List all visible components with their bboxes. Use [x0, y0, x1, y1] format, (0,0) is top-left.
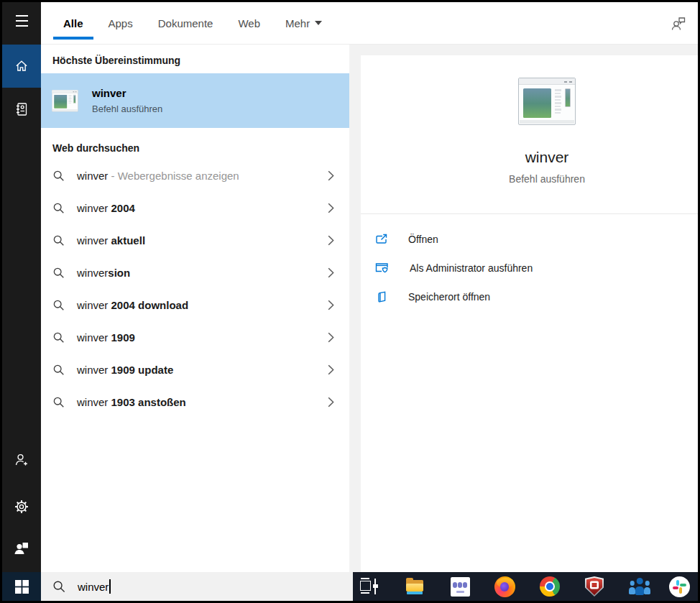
feedback-user-icon [669, 14, 688, 32]
detail-divider [361, 213, 698, 214]
teams-icon [451, 577, 470, 597]
tab-mehr[interactable]: Mehr [275, 2, 332, 44]
windows-search-screen: Alle Apps Dokumente Web Mehr Höchste Übe… [0, 0, 700, 603]
chevron-right-icon[interactable] [328, 397, 334, 408]
winver-app-icon [52, 90, 78, 112]
action-open-file-location[interactable]: Speicherort öffnen [361, 282, 698, 311]
teams-button[interactable] [449, 576, 471, 597]
detail-actions: Öffnen Als Administrator ausführen Speic… [361, 225, 698, 311]
start-button[interactable] [2, 572, 41, 601]
web-suggestion[interactable]: winver 1909 update [41, 354, 349, 386]
taskbar: winver [2, 572, 698, 601]
journal-icon [14, 101, 29, 117]
admin-shield-icon [375, 262, 390, 275]
section-header-web: Web durchsuchen [41, 128, 349, 160]
file-location-icon [375, 290, 388, 303]
section-header-best-match: Höchste Übereinstimmung [41, 45, 349, 73]
add-user-icon [14, 452, 29, 468]
windows-logo-icon [15, 580, 29, 594]
home-icon [14, 59, 29, 73]
search-icon [52, 267, 65, 279]
chevron-down-icon [315, 21, 322, 25]
search-icon [52, 299, 65, 311]
search-icon [52, 170, 65, 182]
suggestion-text: winver - Webergebnisse anzeigen [77, 170, 239, 182]
web-suggestion[interactable]: winver 1909 [41, 321, 349, 354]
slack-icon [669, 576, 690, 597]
left-rail [2, 2, 41, 601]
web-suggestion[interactable]: winver 1903 anstoßen [41, 386, 349, 418]
firefox-icon [494, 576, 515, 597]
search-icon [52, 234, 65, 247]
text-caret [109, 579, 111, 594]
web-suggestion[interactable]: winver aktuell [41, 224, 349, 257]
chevron-right-icon[interactable] [328, 267, 334, 278]
results-list: Höchste Übereinstimmung winver Befehl au… [41, 45, 349, 572]
best-match-subtitle: Befehl ausführen [92, 103, 162, 114]
suggestion-text: winver aktuell [77, 234, 145, 247]
file-explorer-button[interactable] [404, 576, 425, 597]
chevron-right-icon[interactable] [328, 203, 334, 213]
sidebar-item-home[interactable] [2, 45, 41, 88]
sidebar-item-user-picture[interactable] [2, 531, 41, 566]
firefox-button[interactable] [494, 576, 515, 597]
search-icon [52, 364, 65, 376]
web-suggestion[interactable]: winver - Webergebnisse anzeigen [41, 160, 349, 192]
chrome-button[interactable] [539, 576, 561, 597]
panel-divider [349, 45, 361, 572]
action-run-as-admin[interactable]: Als Administrator ausführen [361, 254, 698, 282]
chevron-right-icon[interactable] [328, 332, 334, 343]
suggestion-text: winver 1909 [77, 331, 135, 344]
detail-panel: winver Befehl ausführen Öffnen Als Admin… [361, 55, 698, 572]
chevron-right-icon[interactable] [328, 235, 334, 246]
tab-apps[interactable]: Apps [98, 2, 143, 44]
search-flyout: Alle Apps Dokumente Web Mehr Höchste Übe… [2, 2, 698, 601]
web-suggestion[interactable]: winver 2004 [41, 192, 349, 224]
search-icon [52, 580, 65, 593]
tab-dokumente[interactable]: Dokumente [148, 2, 224, 44]
suggestion-text: winver 2004 download [77, 299, 188, 311]
best-match-item[interactable]: winver Befehl ausführen [41, 73, 349, 128]
sidebar-item-journal[interactable] [2, 92, 41, 126]
contacts-icon [629, 576, 650, 597]
chevron-right-icon[interactable] [328, 170, 334, 181]
chevron-right-icon[interactable] [328, 300, 334, 310]
web-suggestion[interactable]: winversion [41, 257, 349, 289]
feedback-button[interactable] [668, 12, 689, 34]
user-picture-icon [14, 540, 29, 556]
panel-divider-top [361, 45, 698, 55]
search-input-value: winver [78, 581, 109, 593]
search-icon [52, 202, 65, 214]
security-shield-button[interactable] [584, 576, 605, 597]
search-tabs: Alle Apps Dokumente Web Mehr [41, 2, 698, 45]
sidebar-item-add-user[interactable] [2, 443, 41, 477]
winver-app-icon-large [518, 78, 576, 125]
search-icon [52, 396, 65, 408]
security-shield-icon [585, 576, 604, 597]
web-suggestion[interactable]: winver 2004 download [41, 289, 349, 321]
suggestion-text: winver 1909 update [77, 364, 173, 376]
contacts-button[interactable] [629, 576, 650, 597]
open-icon [375, 233, 388, 246]
menu-icon[interactable] [2, 4, 41, 38]
task-view-icon [359, 578, 378, 595]
tab-web[interactable]: Web [228, 2, 270, 44]
detail-title: winver [525, 149, 569, 166]
chrome-icon [540, 576, 560, 597]
suggestion-text: winver 2004 [77, 202, 135, 214]
tab-alle[interactable]: Alle [53, 2, 93, 44]
detail-subtitle: Befehl ausführen [509, 173, 585, 185]
file-explorer-icon [405, 576, 425, 597]
task-view-button[interactable] [358, 576, 379, 597]
action-open[interactable]: Öffnen [361, 225, 698, 254]
sidebar-item-settings[interactable] [2, 489, 41, 524]
best-match-title: winver [92, 87, 162, 99]
search-icon [52, 331, 65, 344]
suggestion-text: winver 1903 anstoßen [77, 396, 186, 408]
chevron-right-icon[interactable] [328, 364, 334, 375]
slack-button[interactable] [668, 576, 690, 597]
gear-icon [14, 499, 29, 515]
taskbar-search-box[interactable]: winver [41, 572, 353, 601]
suggestion-text: winversion [77, 267, 130, 279]
